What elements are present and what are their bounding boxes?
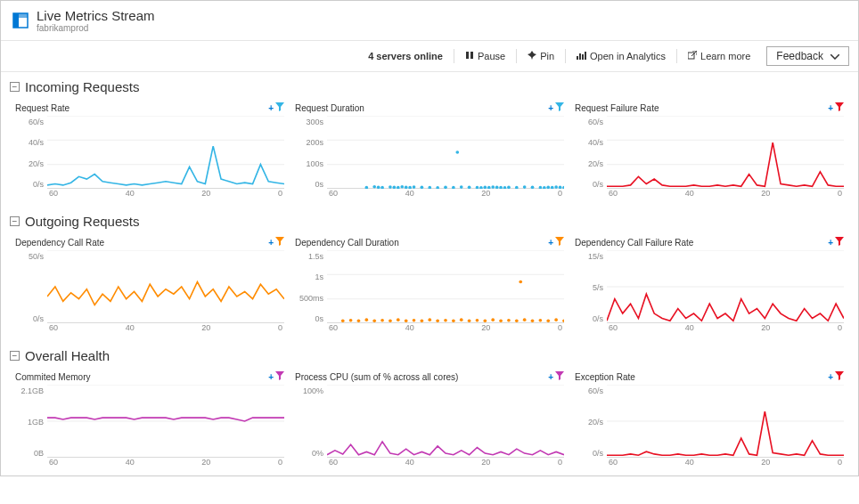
- collapse-icon[interactable]: −: [10, 351, 20, 361]
- funnel-icon[interactable]: [275, 370, 284, 383]
- funnel-icon[interactable]: [275, 236, 284, 248]
- pin-button[interactable]: Pin: [519, 47, 563, 65]
- funnel-icon[interactable]: [275, 102, 284, 114]
- svg-point-45: [503, 186, 507, 189]
- servers-online[interactable]: 4 servers online: [359, 47, 452, 65]
- svg-rect-2: [19, 13, 28, 18]
- add-icon[interactable]: +: [548, 103, 553, 113]
- add-icon[interactable]: +: [828, 238, 833, 248]
- svg-point-49: [531, 186, 535, 189]
- svg-rect-7: [582, 54, 584, 60]
- x-axis: 6040200: [327, 323, 564, 332]
- chart-request_duration: Request Duration+300s200s100s0s6040200: [290, 98, 569, 207]
- y-axis: 50/s0/s: [15, 250, 47, 336]
- svg-point-57: [455, 150, 459, 154]
- svg-point-78: [397, 318, 400, 321]
- add-icon[interactable]: +: [548, 238, 553, 248]
- svg-point-27: [400, 185, 404, 189]
- svg-point-33: [436, 186, 439, 189]
- section-title: Incoming Requests: [25, 79, 139, 94]
- svg-point-77: [389, 319, 392, 322]
- chart-title: Dependency Call Duration: [295, 238, 399, 248]
- svg-point-96: [539, 319, 543, 322]
- section: −Outgoing RequestsDependency Call Rate+5…: [1, 207, 858, 341]
- x-axis: 6040200: [607, 189, 844, 198]
- y-axis: 60/s40/s20/s0/s: [575, 116, 607, 201]
- x-axis: 6040200: [327, 189, 564, 198]
- open-analytics-label: Open in Analytics: [590, 51, 666, 61]
- add-icon[interactable]: +: [268, 103, 274, 113]
- separator: [454, 49, 454, 63]
- svg-point-56: [562, 186, 564, 189]
- svg-point-32: [428, 186, 431, 189]
- collapse-icon[interactable]: −: [10, 82, 20, 92]
- svg-point-26: [397, 186, 400, 189]
- svg-point-95: [531, 319, 535, 322]
- svg-point-31: [421, 186, 424, 189]
- section: −Overall HealthCommited Memory+2.1GB1GB0…: [1, 341, 858, 476]
- add-icon[interactable]: +: [268, 238, 274, 248]
- svg-point-87: [468, 319, 471, 322]
- y-axis: 1.5s1s500ms0s: [295, 250, 327, 336]
- add-icon[interactable]: +: [828, 103, 833, 113]
- svg-rect-1: [13, 13, 19, 28]
- funnel-icon[interactable]: [555, 236, 564, 248]
- svg-point-43: [495, 186, 499, 189]
- svg-point-81: [421, 319, 424, 322]
- svg-point-79: [405, 319, 408, 322]
- svg-point-80: [413, 319, 416, 322]
- svg-point-84: [444, 319, 447, 322]
- open-analytics-button[interactable]: Open in Analytics: [568, 47, 675, 65]
- svg-point-42: [491, 185, 495, 189]
- app-logo-icon: [12, 12, 29, 29]
- svg-point-21: [372, 185, 376, 189]
- chart-title: Request Duration: [295, 103, 364, 113]
- app-frame: Live Metrics Stream fabrikamprod 4 serve…: [0, 0, 859, 476]
- learn-more-button[interactable]: Learn more: [679, 47, 759, 65]
- header: Live Metrics Stream fabrikamprod: [1, 1, 858, 41]
- svg-point-91: [499, 319, 503, 322]
- svg-point-86: [460, 318, 463, 321]
- chart-dependency_call_duration: Dependency Call Duration+1.5s1s500ms0s60…: [290, 232, 569, 341]
- external-link-icon: [688, 51, 697, 61]
- funnel-icon[interactable]: [555, 102, 564, 114]
- learn-more-label: Learn more: [700, 51, 750, 61]
- chart-exception_rate: Exception Rate+60/s20/s0/s6040200: [569, 367, 849, 476]
- toolbar: 4 servers online Pause Pin Open in Analy…: [1, 41, 858, 72]
- page-title: Live Metrics Stream: [37, 8, 155, 23]
- y-axis: 60/s40/s20/s0/s: [15, 116, 47, 201]
- add-icon[interactable]: +: [268, 372, 274, 382]
- x-axis: 6040200: [607, 458, 844, 467]
- svg-point-50: [539, 186, 543, 189]
- x-axis: 6040200: [47, 189, 284, 198]
- section-title: Overall Health: [25, 348, 110, 363]
- funnel-icon[interactable]: [555, 370, 564, 383]
- add-icon[interactable]: +: [548, 372, 553, 382]
- add-icon[interactable]: +: [828, 372, 833, 382]
- funnel-icon[interactable]: [835, 102, 844, 114]
- feedback-button[interactable]: Feedback: [766, 46, 849, 66]
- pin-icon: [528, 51, 536, 61]
- svg-point-99: [562, 319, 564, 322]
- svg-rect-6: [579, 53, 581, 60]
- collapse-icon[interactable]: −: [10, 216, 20, 226]
- chart-title: Dependency Call Failure Rate: [575, 238, 693, 248]
- x-axis: 6040200: [47, 458, 284, 467]
- section-title: Outgoing Requests: [25, 214, 139, 229]
- svg-point-37: [468, 186, 471, 189]
- analytics-icon: [577, 51, 586, 61]
- svg-point-100: [519, 280, 522, 284]
- svg-point-36: [460, 185, 463, 189]
- funnel-icon[interactable]: [835, 370, 844, 383]
- funnel-icon[interactable]: [835, 236, 844, 248]
- y-axis: 2.1GB1GB0B: [15, 385, 47, 470]
- chart-dependency_call_rate: Dependency Call Rate+50/s0/s6040200: [10, 232, 290, 341]
- chart-title: Dependency Call Rate: [15, 238, 104, 248]
- svg-point-75: [372, 319, 376, 322]
- svg-point-51: [543, 186, 546, 189]
- servers-online-label: 4 servers online: [368, 51, 443, 61]
- svg-rect-4: [470, 52, 473, 59]
- chart-title: Exception Rate: [575, 372, 635, 382]
- chart-title: Request Failure Rate: [575, 103, 659, 113]
- pause-button[interactable]: Pause: [456, 47, 514, 65]
